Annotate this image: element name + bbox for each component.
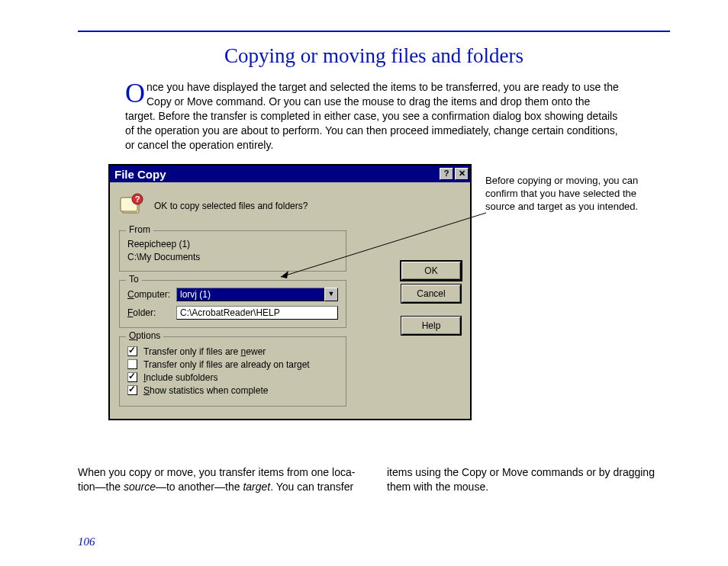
opt-label: Transfer only if files are newer xyxy=(143,346,266,357)
checkbox-icon[interactable] xyxy=(127,359,137,369)
from-group: From Reepicheep (1) C:\My Documents xyxy=(119,230,346,271)
opt-show-statistics[interactable]: Show statistics when complete xyxy=(127,385,338,396)
computer-label: Computer: xyxy=(127,289,176,300)
intro-text: nce you have displayed the target and se… xyxy=(125,81,619,151)
options-legend: Options xyxy=(126,330,163,341)
cancel-button[interactable]: Cancel xyxy=(401,285,461,303)
top-rule xyxy=(78,31,670,32)
chevron-down-icon[interactable]: ▼ xyxy=(324,288,338,301)
opt-newer[interactable]: Transfer only if files are newer xyxy=(127,346,338,357)
from-legend: From xyxy=(126,224,153,235)
page-number: 106 xyxy=(78,535,95,548)
close-icon[interactable]: ✕ xyxy=(455,168,469,180)
folder-label: Folder: xyxy=(127,307,176,318)
help-icon[interactable]: ? xyxy=(440,168,453,180)
opt-already-on-target[interactable]: Transfer only if files are already on ta… xyxy=(127,359,338,370)
checkbox-icon[interactable] xyxy=(127,346,137,356)
options-group: Options Transfer only if files are newer… xyxy=(119,336,346,407)
opt-label: Include subfolders xyxy=(143,372,217,383)
column-right: items using the Copy or Move commands or… xyxy=(387,465,670,494)
folder-input[interactable]: C:\AcrobatReader\HELP xyxy=(176,306,338,320)
from-path: C:\My Documents xyxy=(127,251,338,263)
callout-text: Before copying or moving, you can confir… xyxy=(485,175,661,214)
opt-label: Show statistics when complete xyxy=(143,385,268,396)
help-button[interactable]: Help xyxy=(401,317,461,335)
page-title: Copying or moving files and folders xyxy=(78,44,670,68)
opt-label: Transfer only if files are already on ta… xyxy=(143,359,310,370)
dropcap: O xyxy=(125,80,147,105)
titlebar[interactable]: File Copy ? ✕ xyxy=(110,166,470,182)
column-left: When you copy or move, you transfer item… xyxy=(78,465,361,494)
file-copy-dialog: File Copy ? ✕ ? OK to copy selected file… xyxy=(108,164,472,420)
prompt-text: OK to copy selected files and folders? xyxy=(154,201,308,211)
checkbox-icon[interactable] xyxy=(127,385,137,395)
ok-button[interactable]: OK xyxy=(401,262,461,280)
question-icon: ? xyxy=(119,193,145,219)
to-legend: To xyxy=(126,274,142,285)
opt-include-subfolders[interactable]: Include subfolders xyxy=(127,372,338,383)
computer-combo[interactable]: lorvj (1) xyxy=(176,288,324,301)
from-computer: Reepicheep (1) xyxy=(127,238,338,250)
checkbox-icon[interactable] xyxy=(127,372,137,382)
intro-paragraph: Once you have displayed the target and s… xyxy=(125,80,623,152)
to-group: To Computer: lorvj (1) ▼ Folder: C:\Acro… xyxy=(119,279,346,328)
svg-text:?: ? xyxy=(135,195,140,204)
titlebar-text: File Copy xyxy=(114,168,438,181)
